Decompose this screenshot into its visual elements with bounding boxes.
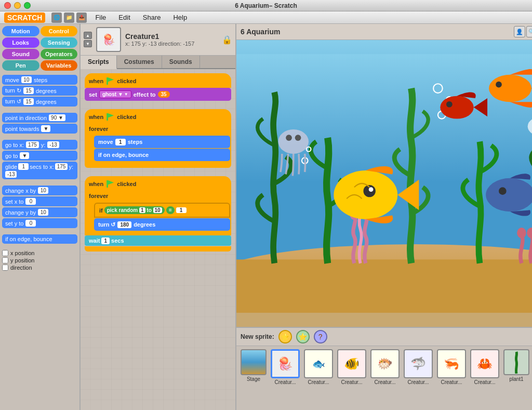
sprite-thumb-6: 🦀 xyxy=(470,349,499,378)
stage-item[interactable]: Stage xyxy=(240,349,268,382)
block-go-to-xy[interactable]: go to x: 175 y: -13 xyxy=(2,140,77,150)
main-layout: Motion Control Looks Sensing Sound Opera… xyxy=(0,24,532,410)
block-change-y[interactable]: change y by 10 xyxy=(2,207,77,217)
if-on-edge-block[interactable]: if on edge, bounce xyxy=(94,149,230,161)
block-glide[interactable]: glide 1 secs to x: 175 y: -13 xyxy=(2,162,77,179)
sprite-item-6[interactable]: 🦀 Creatur... xyxy=(469,349,500,385)
checkbox-x-position[interactable]: x position xyxy=(2,250,77,256)
sprite-item-5[interactable]: 🦐 Creatur... xyxy=(436,349,467,385)
checkbox-y-input[interactable] xyxy=(2,257,8,263)
when-clicked-hat-3[interactable]: when clicked xyxy=(85,176,231,191)
sprite-item-4[interactable]: 🦈 Creatur... xyxy=(403,349,434,385)
new-sprite-from-file[interactable]: ⭐ xyxy=(278,330,292,343)
lock-icon[interactable]: 🔒 xyxy=(222,35,232,45)
cat-looks[interactable]: Looks xyxy=(2,37,39,48)
script-group-3: when clicked forever if pick random 1 to… xyxy=(85,176,231,252)
cat-sensing[interactable]: Sensing xyxy=(41,37,78,48)
sprites-list: Stage 🪼 Creatur... 🐟 Creatur... 🐠 Creatu… xyxy=(236,346,532,410)
cat-variables[interactable]: Variables xyxy=(41,60,78,71)
sprite-nav-down[interactable]: ▼ xyxy=(84,40,92,47)
sprite-thumb-2: 🐠 xyxy=(337,349,366,378)
script-group-2: when clicked forever move 1 steps if on … xyxy=(85,109,231,168)
sprite-item-0[interactable]: 🪼 Creatur... xyxy=(270,349,301,385)
window-controls[interactable] xyxy=(4,2,31,9)
new-sprite-label: New sprite: xyxy=(241,333,274,340)
checkbox-x-input[interactable] xyxy=(2,250,8,256)
menu-icons: 🌐 📁 📤 xyxy=(51,12,87,23)
stage-canvas: x: -783 y: 46 xyxy=(236,40,532,327)
move-block-2[interactable]: move 1 steps xyxy=(94,136,230,148)
plant-item-1[interactable]: plant1 xyxy=(502,349,530,382)
menu-help[interactable]: Help xyxy=(171,12,189,22)
sprite-nav-up[interactable]: ▲ xyxy=(84,32,92,39)
sprite-label-5: Creatur... xyxy=(441,379,462,385)
sprite-coords: x: 175 y: -13 direction: -157 xyxy=(125,41,218,47)
cat-pen[interactable]: Pen xyxy=(2,60,39,71)
new-sprite-surprise[interactable]: ? xyxy=(314,330,327,343)
upload-icon[interactable]: 📤 xyxy=(76,12,87,23)
tab-sounds[interactable]: Sounds xyxy=(162,56,200,68)
minimize-button[interactable] xyxy=(14,2,21,9)
sprite-item-1[interactable]: 🐟 Creatur... xyxy=(303,349,334,385)
sprite-header: ▲ ▼ 🪼 Creature1 x: 175 y: -13 direction:… xyxy=(81,24,235,56)
cat-sound[interactable]: Sound xyxy=(2,49,39,59)
checkbox-direction[interactable]: direction xyxy=(2,264,77,271)
sprite-label-3: Creatur... xyxy=(374,379,395,385)
tab-scripts[interactable]: Scripts xyxy=(81,56,117,69)
block-turn-ccw[interactable]: turn ↺ 15 degrees xyxy=(2,97,77,107)
block-go-to[interactable]: go to ▼ xyxy=(2,151,77,161)
block-change-x[interactable]: change x by 10 xyxy=(2,186,77,195)
globe-icon[interactable]: 🌐 xyxy=(51,12,62,23)
stage-area: 6 Aquarium 👤 🔍 ⛶ ▣ ▶ ⬛ xyxy=(236,24,532,327)
if-block[interactable]: if pick random 1 to 10 = 1 xyxy=(94,203,230,218)
sprite-thumbnail: 🪼 xyxy=(96,27,121,52)
checkbox-y-position[interactable]: y position xyxy=(2,257,77,263)
wait-block[interactable]: wait 1 secs xyxy=(85,235,231,246)
block-move[interactable]: move 10 steps xyxy=(2,75,77,85)
scratch-logo: SCRATCH xyxy=(4,12,45,23)
close-button[interactable] xyxy=(4,2,11,9)
plant-label-1: plant1 xyxy=(509,376,523,382)
new-sprite-paint[interactable]: ⭐ xyxy=(296,330,310,343)
forever-cap-3 xyxy=(85,246,231,252)
block-turn-cw[interactable]: turn ↻ 15 degrees xyxy=(2,86,77,96)
sprite-thumb-1: 🐟 xyxy=(304,349,333,378)
sprite-item-3[interactable]: 🐡 Creatur... xyxy=(369,349,401,385)
svg-point-17 xyxy=(496,82,502,88)
sprite-thumb-4: 🦈 xyxy=(404,349,433,378)
svg-point-32 xyxy=(278,129,309,154)
menu-items: File Edit Share Help xyxy=(93,12,189,22)
aquarium-svg xyxy=(236,40,532,327)
stage-tool-person[interactable]: 👤 xyxy=(514,26,525,37)
block-point-towards[interactable]: point towards ▼ xyxy=(2,124,77,134)
when-clicked-hat-2[interactable]: when clicked xyxy=(85,109,231,124)
block-if-on-edge[interactable]: if on edge, bounce xyxy=(2,234,77,244)
menu-share[interactable]: Share xyxy=(141,12,163,22)
when-clicked-hat-1[interactable]: when clicked xyxy=(85,73,231,88)
tab-costumes[interactable]: Costumes xyxy=(117,56,162,68)
svg-point-6 xyxy=(517,228,526,238)
turn-block[interactable]: turn ↺ 180 degrees xyxy=(94,218,230,231)
checkbox-direction-input[interactable] xyxy=(2,264,8,271)
menu-file[interactable]: File xyxy=(93,12,108,22)
block-set-x[interactable]: set x to 0 xyxy=(2,196,77,206)
when-clicked-label-3: clicked xyxy=(117,181,136,187)
folder-icon[interactable]: 📁 xyxy=(64,12,74,23)
svg-point-34 xyxy=(295,135,301,141)
forever-inner-2: move 1 steps if on edge, bounce xyxy=(85,134,231,163)
block-set-y[interactable]: set y to 0 xyxy=(2,218,77,228)
scripts-area: ▲ ▼ 🪼 Creature1 x: 175 y: -13 direction:… xyxy=(81,24,236,410)
cat-motion[interactable]: Motion xyxy=(2,26,39,36)
maximize-button[interactable] xyxy=(24,2,31,9)
stage-tool-zoom[interactable]: 🔍 xyxy=(526,26,532,37)
cat-control[interactable]: Control xyxy=(41,26,78,36)
menu-edit[interactable]: Edit xyxy=(116,12,132,22)
sprite-label-0: Creatur... xyxy=(274,379,296,385)
sprite-item-2[interactable]: 🐠 Creatur... xyxy=(336,349,367,385)
svg-point-21 xyxy=(369,187,374,192)
block-point-direction[interactable]: point in direction 90 ▼ xyxy=(2,113,77,123)
cat-operators[interactable]: Operators xyxy=(41,49,78,59)
sprite-label-2: Creatur... xyxy=(341,379,362,385)
set-effect-block[interactable]: set ghost ▼ effect to 35 xyxy=(85,88,231,101)
sprite-thumb-0: 🪼 xyxy=(271,349,300,378)
